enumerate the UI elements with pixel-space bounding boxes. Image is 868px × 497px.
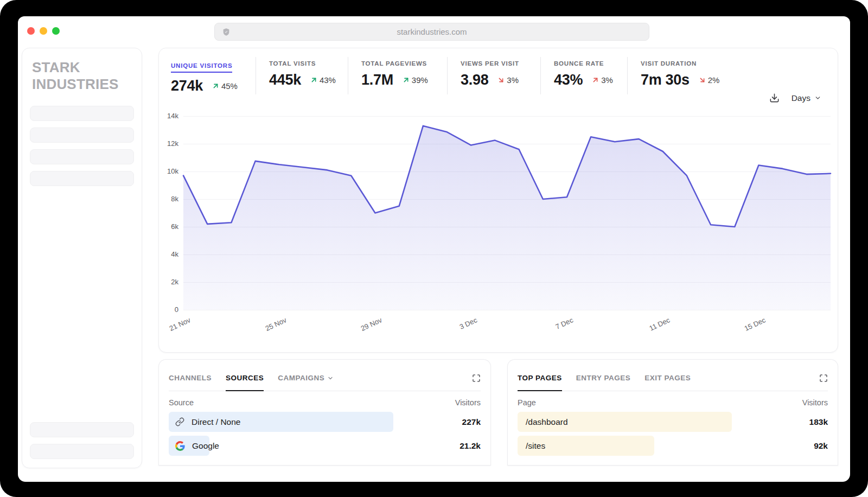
y-axis-tick-label: 8k — [159, 195, 178, 203]
column-source: Source — [169, 398, 194, 407]
sidebar-nav — [30, 106, 134, 186]
screen-background: starkindustries.com STARK INDUSTRIES UNI… — [0, 0, 868, 497]
browser-titlebar: starkindustries.com — [18, 16, 850, 48]
x-axis-tick-label: 21 Nov — [168, 316, 192, 333]
shield-icon — [222, 28, 231, 36]
row-visitors-value: 92k — [814, 436, 828, 456]
sidebar-footer-placeholder[interactable] — [30, 444, 134, 459]
address-bar[interactable]: starkindustries.com — [214, 23, 649, 41]
sidebar-nav-placeholder[interactable] — [30, 128, 134, 143]
page-row[interactable]: /sites92k — [518, 436, 828, 456]
pages-table-header: Page Visitors — [518, 398, 828, 407]
stat-views-per-visit[interactable]: VIEWS PER VISIT3.983% — [447, 57, 540, 94]
zoom-window-button[interactable] — [52, 27, 60, 35]
minimize-window-button[interactable] — [40, 27, 47, 35]
sidebar-nav-placeholder[interactable] — [30, 171, 134, 186]
chevron-down-icon — [814, 94, 821, 101]
stat-label: VIEWS PER VISIT — [461, 60, 540, 67]
row-label: /dashboard — [524, 417, 568, 427]
row-label: Direct / None — [192, 417, 240, 427]
interval-select[interactable]: Days — [792, 93, 821, 103]
stat-value-line: 43%3% — [554, 72, 627, 88]
y-axis-tick-label: 10k — [159, 167, 178, 175]
x-axis-tick-label: 3 Dec — [458, 316, 478, 331]
stat-value: 1.7M — [361, 72, 393, 88]
stat-delta: 3% — [601, 75, 613, 85]
pages-table-rows: /dashboard183k/sites92k — [518, 412, 828, 456]
stat-total-pageviews[interactable]: TOTAL PAGEVIEWS1.7M39% — [348, 57, 447, 94]
interval-label: Days — [792, 93, 810, 103]
stat-delta: 45% — [221, 81, 238, 91]
column-visitors: Visitors — [802, 398, 828, 407]
y-axis-tick-label: 12k — [159, 139, 178, 148]
expand-icon[interactable] — [819, 374, 828, 383]
stat-visit-duration[interactable]: VISIT DURATION7m 30s2% — [627, 57, 757, 94]
tab-label: TOP PAGES — [518, 374, 562, 382]
stat-label: TOTAL VISITS — [269, 60, 348, 67]
sources-card: CHANNELSSOURCESCAMPAIGNS Source Visitors… — [158, 359, 491, 466]
stat-value: 274k — [171, 78, 203, 94]
google-icon — [175, 441, 185, 451]
brand-logo: STARK INDUSTRIES — [32, 59, 134, 93]
stat-label: BOUNCE RATE — [554, 60, 627, 67]
stat-trend: 3% — [591, 75, 613, 85]
stat-value: 7m 30s — [641, 72, 690, 88]
sidebar-nav-placeholder[interactable] — [30, 149, 134, 164]
pages-card: TOP PAGESENTRY PAGESEXIT PAGES Page Visi… — [507, 359, 838, 466]
sidebar-nav-placeholder[interactable] — [30, 106, 134, 121]
row-visitors-value: 183k — [809, 412, 828, 432]
brand-logo-line2: INDUSTRIES — [32, 76, 134, 93]
source-row[interactable]: Google21.2k — [169, 436, 481, 456]
y-axis-tick-label: 0 — [159, 305, 178, 314]
sources-tab-channels[interactable]: CHANNELS — [169, 374, 212, 391]
x-axis-tick-label: 15 Dec — [743, 316, 767, 333]
stat-delta: 3% — [507, 75, 519, 85]
pages-tabs: TOP PAGESENTRY PAGESEXIT PAGES — [518, 374, 828, 391]
tab-label: CAMPAIGNS — [278, 374, 324, 382]
row-label: Google — [192, 441, 219, 451]
sidebar-footer — [30, 422, 134, 459]
sources-tab-sources[interactable]: SOURCES — [226, 374, 264, 391]
stat-value-line: 7m 30s2% — [641, 72, 757, 88]
stat-trend: 39% — [402, 75, 428, 85]
tab-label: EXIT PAGES — [644, 374, 691, 382]
stat-value-line: 3.983% — [461, 72, 540, 88]
download-icon[interactable] — [769, 93, 780, 103]
brand-logo-line1: STARK — [32, 59, 134, 76]
y-axis-tick-label: 2k — [159, 278, 178, 286]
url-text: starkindustries.com — [397, 27, 467, 36]
browser-window: starkindustries.com STARK INDUSTRIES UNI… — [18, 16, 850, 482]
page-row[interactable]: /dashboard183k — [518, 412, 828, 432]
pages-tab-exit-pages[interactable]: EXIT PAGES — [644, 374, 691, 391]
close-window-button[interactable] — [27, 27, 35, 35]
sources-tab-campaigns[interactable]: CAMPAIGNS — [278, 374, 334, 391]
stat-label: TOTAL PAGEVIEWS — [361, 60, 447, 67]
stat-delta: 43% — [320, 75, 336, 85]
stat-trend: 3% — [497, 75, 519, 85]
stat-trend: 43% — [310, 75, 336, 85]
sources-tabs: CHANNELSSOURCESCAMPAIGNS — [169, 374, 481, 391]
sources-table-header: Source Visitors — [169, 398, 481, 407]
trend-up-icon — [591, 76, 599, 84]
source-row[interactable]: Direct / None227k — [169, 412, 481, 432]
expand-icon[interactable] — [472, 374, 481, 383]
stat-trend: 2% — [698, 75, 720, 85]
window-controls — [27, 27, 60, 35]
trend-up-icon — [310, 76, 318, 84]
x-axis-tick-label: 29 Nov — [360, 316, 384, 333]
pages-tab-top-pages[interactable]: TOP PAGES — [518, 374, 562, 391]
tab-label: CHANNELS — [169, 374, 212, 382]
stat-trend: 45% — [212, 81, 238, 91]
stat-bounce-rate[interactable]: BOUNCE RATE43%3% — [540, 57, 627, 94]
analytics-chart-card: UNIQUE VISITORS274k45%TOTAL VISITS445k43… — [158, 48, 838, 353]
stat-delta: 2% — [708, 75, 720, 85]
x-axis-tick-label: 11 Dec — [648, 316, 671, 333]
stat-value: 445k — [269, 72, 301, 88]
pages-tab-entry-pages[interactable]: ENTRY PAGES — [576, 374, 631, 391]
row-content: Direct / None — [169, 412, 481, 432]
row-content: /dashboard — [518, 412, 828, 432]
stat-unique-visitors[interactable]: UNIQUE VISITORS274k45% — [171, 57, 256, 94]
sidebar-footer-placeholder[interactable] — [30, 422, 134, 437]
stat-total-visits[interactable]: TOTAL VISITS445k43% — [256, 57, 348, 94]
column-visitors: Visitors — [455, 398, 481, 407]
